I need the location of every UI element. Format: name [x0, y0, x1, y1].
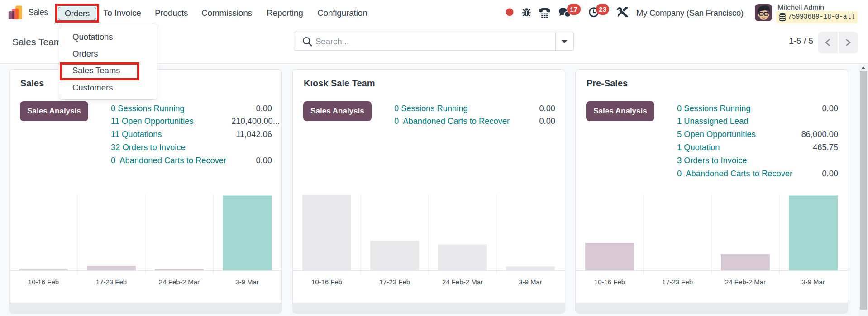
svg-text:24 Feb-2 Mar: 24 Feb-2 Mar [159, 278, 200, 286]
svg-text:17-23 Feb: 17-23 Feb [662, 278, 693, 286]
svg-text:3-9 Mar: 3-9 Mar [519, 278, 542, 286]
svg-text:17-23 Feb: 17-23 Feb [379, 278, 410, 286]
svg-text:10-16 Feb: 10-16 Feb [28, 278, 59, 286]
svg-text:24 Feb-2 Mar: 24 Feb-2 Mar [442, 278, 483, 286]
svg-text:10-16 Feb: 10-16 Feb [594, 278, 625, 286]
svg-text:3-9 Mar: 3-9 Mar [801, 278, 825, 286]
svg-text:17-23 Feb: 17-23 Feb [96, 278, 127, 286]
svg-text:10-16 Feb: 10-16 Feb [311, 278, 342, 286]
svg-text:24 Feb-2 Mar: 24 Feb-2 Mar [725, 278, 766, 286]
svg-text:3-9 Mar: 3-9 Mar [235, 278, 259, 286]
